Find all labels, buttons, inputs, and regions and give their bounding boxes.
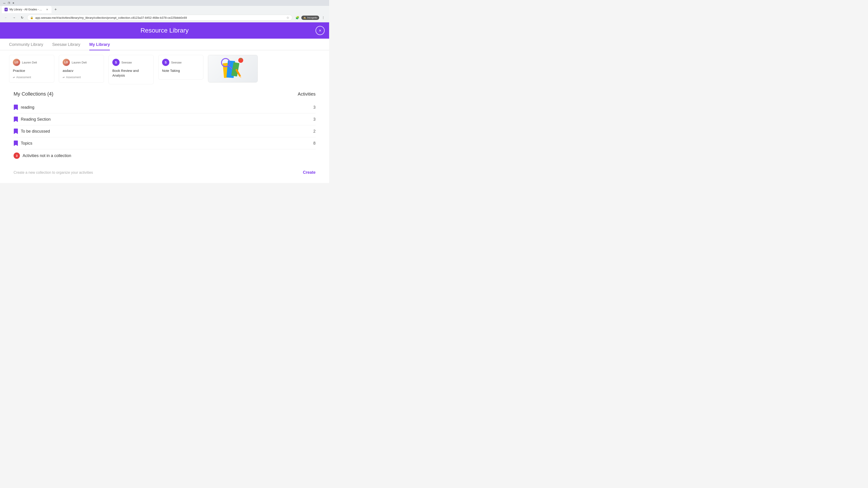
app-header: Resource Library ×: [0, 22, 329, 39]
library-illustration: [219, 56, 246, 81]
author-name: Seesaw: [121, 61, 132, 64]
preview-image: [208, 55, 257, 82]
collection-item-topics[interactable]: Topics 8: [9, 137, 320, 149]
bookmark-icon: [13, 140, 18, 146]
title-bar: — ❐ ✕: [0, 0, 329, 6]
avatar: LD: [13, 59, 20, 66]
tab-community[interactable]: Community Library: [9, 42, 43, 51]
card-author: LD Lauren Deli: [13, 59, 51, 66]
card-author: S Seesaw: [112, 59, 150, 66]
forward-button[interactable]: →: [11, 14, 17, 21]
back-button[interactable]: ←: [3, 14, 9, 21]
bookmark-icon: [13, 117, 18, 122]
card-tag: ⇌ Assessment: [13, 76, 51, 79]
collection-name: Topics: [21, 141, 32, 146]
card-tag: ⇌ Assessment: [63, 76, 100, 79]
uncollected-item[interactable]: 3 Activities not in a collection: [9, 149, 320, 162]
create-collection-button[interactable]: Create: [303, 170, 315, 175]
browser-tabs-bar: S My Library - All Grades - All Su... ✕ …: [0, 6, 329, 13]
collection-count: 3: [313, 117, 315, 122]
close-modal-button[interactable]: ×: [315, 26, 324, 35]
address-input[interactable]: [35, 16, 285, 20]
uncollected-label: Activities not in a collection: [23, 153, 71, 158]
illustration-card: [208, 55, 258, 83]
activity-card-asdacv[interactable]: LD Lauren Deli asdacv ⇌ Assessment: [59, 55, 104, 83]
collections-header: My Collections (4) Activities: [9, 91, 320, 97]
library-tabs: Community Library Seesaw Library My Libr…: [0, 39, 329, 51]
active-browser-tab[interactable]: S My Library - All Grades - All Su... ✕: [2, 6, 52, 13]
tab-seesaw[interactable]: Seesaw Library: [52, 42, 80, 51]
collection-count: 3: [313, 105, 315, 110]
tab-my-library[interactable]: My Library: [89, 42, 110, 51]
bookmark-icon: [13, 105, 18, 110]
restore-button[interactable]: ❐: [7, 1, 10, 4]
nav-bar: ← → ↻ 🔒 ☆ 🧩 🕵️ Incognito ⋮: [0, 13, 329, 22]
minimize-button[interactable]: —: [3, 1, 6, 4]
activities-row: LD Lauren Deli Practice ⇌ Assessment LD …: [9, 55, 320, 84]
activities-column-label: Activities: [298, 92, 315, 97]
collection-item-to-be-discussed[interactable]: To be discussed 2: [9, 125, 320, 137]
card-author: S Seesaw: [162, 59, 199, 66]
collection-name: reading: [21, 105, 34, 110]
create-bar: Create a new collection to organize your…: [9, 166, 320, 178]
collections-title: My Collections (4): [13, 91, 53, 97]
author-name: Lauren Deli: [72, 61, 87, 64]
nav-extras: 🧩 🕵️ Incognito ⋮: [294, 14, 327, 21]
collection-item-left: To be discussed: [13, 129, 50, 134]
incognito-label: Incognito: [307, 16, 317, 19]
window-close-button[interactable]: ✕: [12, 1, 15, 4]
menu-button[interactable]: ⋮: [320, 14, 327, 21]
activity-card-note-taking[interactable]: S Seesaw Note Taking: [158, 55, 204, 79]
tab-close-button[interactable]: ✕: [46, 8, 49, 11]
refresh-button[interactable]: ↻: [19, 14, 25, 21]
bookmark-star-icon[interactable]: ☆: [286, 16, 289, 20]
collection-item-left: reading: [13, 105, 34, 110]
assessment-icon: ⇌: [63, 76, 65, 79]
app-wrapper: Resource Library × Community Library See…: [0, 22, 329, 183]
avatar: S: [162, 59, 169, 66]
tab-title: My Library - All Grades - All Su...: [9, 8, 44, 11]
create-placeholder: Create a new collection to organize your…: [13, 170, 93, 175]
card-author: LD Lauren Deli: [63, 59, 100, 66]
window-controls: — ❐ ✕: [3, 1, 15, 4]
card-title: Book Review and Analysis: [112, 68, 150, 78]
collection-name: Reading Section: [21, 117, 51, 122]
tag-label: Assessment: [66, 76, 81, 79]
browser-chrome: — ❐ ✕ S My Library - All Grades - All Su…: [0, 0, 329, 22]
bookmark-icon: [13, 129, 18, 134]
tab-favicon: S: [4, 8, 8, 11]
collection-count: 2: [313, 129, 315, 134]
activity-card-book-review[interactable]: S Seesaw Book Review and Analysis: [108, 55, 154, 84]
collections-section: My Collections (4) Activities reading 3: [9, 91, 320, 162]
assessment-icon: ⇌: [13, 76, 15, 79]
uncollected-badge: 3: [13, 153, 20, 159]
avatar: S: [112, 59, 120, 66]
incognito-badge: 🕵️ Incognito: [301, 15, 319, 20]
new-tab-button[interactable]: +: [53, 6, 59, 13]
tag-label: Assessment: [16, 76, 31, 79]
header-title: Resource Library: [0, 27, 329, 34]
collection-name: To be discussed: [21, 129, 50, 134]
card-title: asdacv: [63, 68, 100, 73]
avatar: LD: [63, 59, 70, 66]
activity-card-practice[interactable]: LD Lauren Deli Practice ⇌ Assessment: [9, 55, 54, 83]
author-name: Lauren Deli: [22, 61, 37, 64]
collection-count: 8: [313, 141, 315, 146]
card-title: Note Taking: [162, 68, 199, 73]
collection-item-left: Reading Section: [13, 117, 51, 122]
collection-item-reading-section[interactable]: Reading Section 3: [9, 113, 320, 125]
collection-item-reading[interactable]: reading 3: [9, 101, 320, 113]
collection-item-left: Topics: [13, 140, 32, 146]
content-area: LD Lauren Deli Practice ⇌ Assessment LD …: [0, 51, 329, 183]
lock-icon: 🔒: [30, 16, 33, 19]
author-name: Seesaw: [171, 61, 182, 64]
extensions-button[interactable]: 🧩: [294, 14, 301, 21]
svg-rect-4: [241, 58, 241, 60]
incognito-icon: 🕵️: [303, 16, 306, 19]
address-bar[interactable]: 🔒 ☆: [27, 15, 292, 21]
card-title: Practice: [13, 68, 51, 73]
